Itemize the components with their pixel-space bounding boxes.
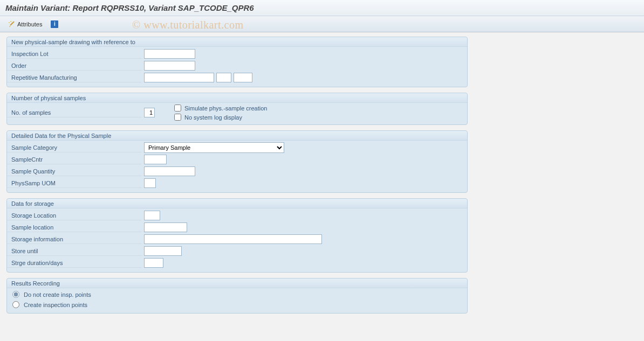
attributes-label: Attributes	[17, 21, 42, 27]
radio-do-not-create-row[interactable]: Do not create insp. points	[7, 289, 467, 300]
storage-info-label: Storage information	[7, 235, 142, 244]
rep-mfg-input-1[interactable]	[144, 73, 214, 82]
simulate-checkbox-row[interactable]: Simulate phys.-sample creation	[174, 104, 267, 112]
inspection-lot-input[interactable]	[144, 49, 195, 59]
svg-line-0	[10, 22, 14, 25]
no-samples-label: No. of samples	[7, 108, 142, 117]
svg-point-3	[9, 26, 10, 27]
group-detailed-data: Detailed Data for the Physical Sample Sa…	[6, 130, 468, 193]
toolbar: Attributes i	[0, 16, 644, 32]
svg-point-1	[9, 22, 10, 23]
rep-mfg-input-3[interactable]	[234, 73, 252, 82]
no-syslog-checkbox[interactable]	[174, 114, 181, 121]
group-storage-title: Data for storage	[7, 199, 467, 208]
sample-location-input[interactable]	[144, 222, 187, 232]
group-results-recording: Results Recording Do not create insp. po…	[6, 278, 468, 314]
sample-cntr-input[interactable]	[144, 155, 167, 164]
page-title: Maintain Variant: Report RQPRSS10, Varia…	[0, 0, 644, 16]
radio-create-label: Create inspection points	[24, 302, 87, 308]
radio-do-not-create-label: Do not create insp. points	[24, 291, 91, 298]
radio-create-row[interactable]: Create inspection points	[7, 300, 467, 310]
group-storage: Data for storage Storage Location Sample…	[6, 198, 468, 273]
group-reference-title: New physical-sample drawing with referen…	[7, 37, 467, 47]
attributes-button[interactable]: Attributes	[5, 19, 44, 29]
radio-do-not-create[interactable]	[12, 291, 19, 298]
order-input[interactable]	[144, 61, 195, 71]
simulate-label: Simulate phys.-sample creation	[184, 105, 267, 112]
group-results-recording-title: Results Recording	[7, 279, 467, 288]
group-reference: New physical-sample drawing with referen…	[6, 37, 468, 87]
radio-create[interactable]	[12, 301, 19, 308]
no-syslog-label: No system log display	[184, 114, 242, 121]
info-button[interactable]: i	[49, 19, 60, 29]
wand-icon	[8, 20, 15, 28]
rep-mfg-label: Repetitive Manufacturing	[7, 73, 142, 82]
no-syslog-checkbox-row[interactable]: No system log display	[174, 113, 267, 121]
no-samples-input[interactable]	[144, 108, 155, 117]
group-number-samples-title: Number of physical samples	[7, 93, 467, 103]
phys-uom-label: PhysSamp UOM	[7, 179, 142, 188]
storage-location-label: Storage Location	[7, 211, 142, 220]
strge-duration-input[interactable]	[144, 258, 163, 268]
phys-uom-input[interactable]	[144, 178, 156, 188]
sample-qty-label: Sample Quantity	[7, 167, 142, 176]
order-label: Order	[7, 61, 142, 71]
sample-location-label: Sample location	[7, 223, 142, 232]
sample-cntr-label: SampleCntr	[7, 155, 142, 164]
store-until-input[interactable]	[144, 246, 182, 256]
group-number-samples: Number of physical samples No. of sample…	[6, 93, 468, 125]
content-area: New physical-sample drawing with referen…	[0, 32, 644, 318]
sample-category-select[interactable]: Primary Sample	[144, 142, 284, 153]
sample-qty-input[interactable]	[144, 166, 195, 176]
storage-info-input[interactable]	[144, 234, 322, 244]
inspection-lot-label: Inspection Lot	[7, 50, 142, 59]
storage-location-input[interactable]	[144, 211, 160, 220]
sample-category-label: Sample Category	[7, 143, 142, 152]
rep-mfg-input-2[interactable]	[216, 73, 231, 82]
strge-duration-label: Strge duration/days	[7, 259, 142, 268]
store-until-label: Store until	[7, 247, 142, 256]
simulate-checkbox[interactable]	[174, 105, 181, 112]
info-icon: i	[51, 20, 58, 28]
group-detailed-data-title: Detailed Data for the Physical Sample	[7, 131, 467, 141]
svg-point-2	[10, 21, 11, 22]
